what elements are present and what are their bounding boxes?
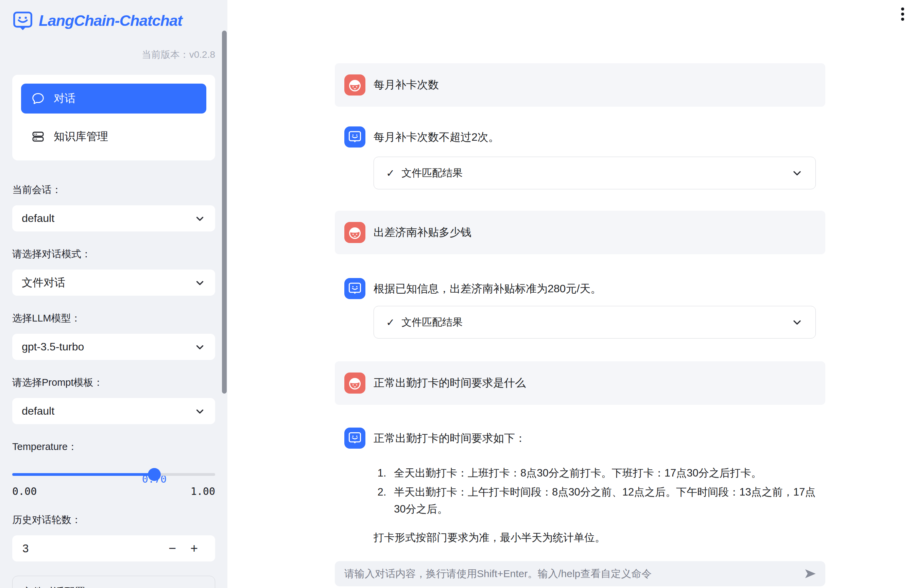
user-avatar bbox=[344, 222, 365, 243]
check-icon: ✓ bbox=[386, 167, 394, 179]
assistant-message-list: 全天出勤打卡：上班打卡：8点30分之前打卡。下班打卡：17点30分之后打卡。 半… bbox=[373, 465, 816, 518]
temperature-slider[interactable]: 0.70 0.00 1.00 bbox=[12, 473, 215, 497]
nav-item-dialogue[interactable]: 对话 bbox=[21, 84, 206, 113]
chevron-down-icon bbox=[194, 405, 206, 417]
main-area: 每月补卡次数 每月补卡次数不超过2次。 ✓ bbox=[228, 0, 913, 588]
assistant-avatar bbox=[344, 126, 365, 147]
history-rounds-value: 3 bbox=[23, 542, 162, 555]
session-select[interactable]: default bbox=[12, 205, 215, 231]
user-face-icon bbox=[347, 225, 363, 240]
assistant-message: 每月补卡次数不超过2次。 ✓ 文件匹配结果 bbox=[335, 126, 825, 189]
chevron-down-icon bbox=[194, 213, 206, 225]
list-item: 全天出勤打卡：上班打卡：8点30分之前打卡。下班打卡：17点30分之后打卡。 bbox=[389, 465, 816, 481]
expander-title: 文件对话配置 bbox=[22, 585, 85, 588]
user-avatar bbox=[344, 373, 365, 394]
prompt-template-select[interactable]: default bbox=[12, 398, 215, 424]
chevron-down-icon bbox=[194, 341, 206, 353]
file-dialog-config-header[interactable]: 文件对话配置 bbox=[22, 585, 205, 588]
chevron-down-icon bbox=[194, 277, 206, 289]
prompt-template-label: 请选择Prompt模板： bbox=[12, 376, 215, 389]
expander-label: 文件匹配结果 bbox=[401, 166, 463, 180]
slider-max: 1.00 bbox=[191, 485, 215, 497]
assistant-chat-bubble-icon bbox=[347, 431, 362, 446]
file-dialog-config-expander: 文件对话配置 上传知识文件： bbox=[12, 576, 215, 588]
user-message: 正常出勤打卡的时间要求是什么 bbox=[335, 361, 825, 405]
version-label: 当前版本：v0.2.8 bbox=[12, 48, 215, 61]
slider-min: 0.00 bbox=[12, 485, 37, 497]
assistant-message-text: 每月补卡次数不超过2次。 bbox=[373, 129, 816, 144]
list-item: 半天出勤打卡：上午打卡时间段：8点30分之前、12点之后。下午时间段：13点之前… bbox=[389, 484, 816, 518]
user-face-icon bbox=[347, 375, 363, 391]
user-face-icon bbox=[347, 77, 363, 93]
assistant-message-text: 正常出勤打卡的时间要求如下： bbox=[373, 431, 816, 446]
history-rounds-label: 历史对话轮数： bbox=[12, 513, 215, 527]
user-avatar bbox=[344, 74, 365, 95]
chat-input[interactable] bbox=[344, 568, 798, 580]
assistant-message: 正常出勤打卡的时间要求如下： 全天出勤打卡：上班打卡：8点30分之前打卡。下班打… bbox=[335, 428, 825, 546]
session-select-value: default bbox=[22, 212, 54, 225]
prompt-template-select-value: default bbox=[22, 405, 54, 417]
slider-minmax: 0.00 1.00 bbox=[12, 485, 215, 497]
assistant-avatar bbox=[344, 278, 365, 299]
llm-model-label: 选择LLM模型： bbox=[12, 311, 215, 325]
llm-model-select[interactable]: gpt-3.5-turbo bbox=[12, 334, 215, 360]
sidebar: LangChain-Chatchat 当前版本：v0.2.8 对话 知识库管理 … bbox=[0, 0, 228, 588]
dialog-mode-select[interactable]: 文件对话 bbox=[12, 270, 215, 296]
expander-label: 文件匹配结果 bbox=[401, 315, 463, 330]
llm-model-select-value: gpt-3.5-turbo bbox=[22, 341, 84, 353]
user-message-text: 每月补卡次数 bbox=[373, 78, 439, 92]
history-rounds-input[interactable]: 3 − + bbox=[12, 535, 215, 562]
app-logo: LangChain-Chatchat bbox=[12, 10, 215, 31]
logo-chat-bubble-icon bbox=[12, 10, 33, 31]
assistant-avatar bbox=[344, 428, 365, 449]
nav-menu: 对话 知识库管理 bbox=[12, 75, 215, 160]
user-message: 出差济南补贴多少钱 bbox=[335, 211, 825, 254]
chevron-down-icon bbox=[791, 316, 803, 328]
assistant-message: 根据已知信息，出差济南补贴标准为280元/天。 ✓ 文件匹配结果 bbox=[335, 278, 825, 339]
dialog-mode-label: 请选择对话模式： bbox=[12, 247, 215, 261]
user-message-text: 正常出勤打卡的时间要求是什么 bbox=[373, 376, 526, 391]
nav-item-label: 知识库管理 bbox=[54, 129, 108, 144]
assistant-message-text: 根据已知信息，出差济南补贴标准为280元/天。 bbox=[373, 281, 816, 296]
slider-thumb[interactable] bbox=[148, 468, 161, 481]
chevron-down-icon bbox=[791, 167, 803, 179]
nav-item-label: 对话 bbox=[54, 91, 76, 106]
chevron-up-icon bbox=[194, 586, 205, 588]
chat-bubble-icon bbox=[31, 92, 45, 105]
assistant-message-footer: 打卡形式按部门要求为准，最小半天为统计单位。 bbox=[373, 530, 816, 546]
chat-thread: 每月补卡次数 每月补卡次数不超过2次。 ✓ bbox=[335, 0, 825, 546]
increment-button[interactable]: + bbox=[183, 541, 205, 556]
more-menu-icon[interactable] bbox=[900, 6, 905, 22]
decrement-button[interactable]: − bbox=[162, 541, 183, 556]
session-label: 当前会话： bbox=[12, 183, 215, 197]
slider-fill bbox=[12, 473, 154, 476]
app-title: LangChain-Chatchat bbox=[39, 12, 182, 29]
assistant-chat-bubble-icon bbox=[347, 129, 362, 144]
user-message-text: 出差济南补贴多少钱 bbox=[373, 225, 472, 240]
knowledge-base-icon bbox=[31, 130, 45, 144]
file-match-results-expander[interactable]: ✓ 文件匹配结果 bbox=[373, 157, 816, 189]
slider-track[interactable] bbox=[12, 473, 215, 476]
dialog-mode-select-value: 文件对话 bbox=[22, 275, 65, 290]
nav-item-knowledge-base[interactable]: 知识库管理 bbox=[21, 122, 206, 152]
chat-input-bar bbox=[335, 561, 825, 586]
check-icon: ✓ bbox=[386, 317, 394, 328]
send-icon[interactable] bbox=[803, 567, 816, 580]
temperature-label: Temperature： bbox=[12, 440, 215, 453]
file-match-results-expander[interactable]: ✓ 文件匹配结果 bbox=[373, 306, 816, 339]
assistant-chat-bubble-icon bbox=[347, 281, 362, 296]
sidebar-scrollbar[interactable] bbox=[222, 31, 227, 394]
user-message: 每月补卡次数 bbox=[335, 63, 825, 107]
